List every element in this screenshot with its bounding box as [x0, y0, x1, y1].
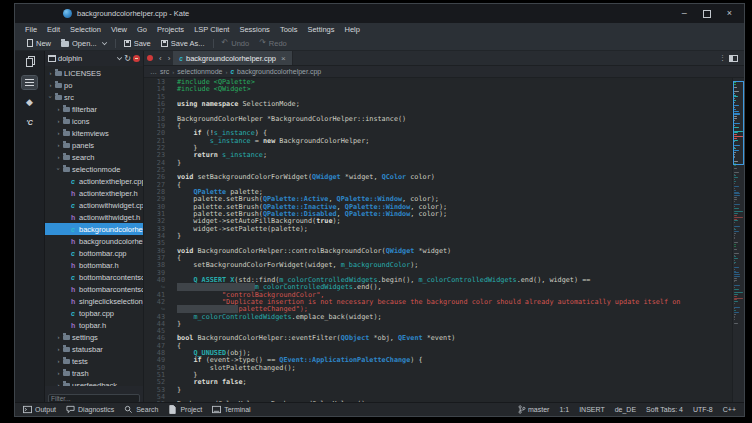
menu-item-tools[interactable]: Tools [275, 25, 303, 34]
menu-item-help[interactable]: Help [340, 25, 365, 34]
close-button[interactable]: × [727, 9, 732, 18]
menu-item-lsp-client[interactable]: LSP Client [189, 25, 234, 34]
tree-item[interactable]: cbottombar.cpp [45, 247, 143, 259]
split-view-icon[interactable] [729, 55, 738, 62]
symbols-tool-button[interactable]: 'C [22, 116, 37, 129]
breadcrumb-collapse-button[interactable]: … [150, 68, 157, 75]
save-button[interactable]: Save [119, 39, 156, 48]
folder-icon [63, 347, 70, 352]
git-tool-button[interactable]: ◆ [22, 96, 37, 109]
menu-item-view[interactable]: View [106, 25, 132, 34]
tab-close-icon[interactable]: × [281, 54, 286, 63]
breadcrumb-item[interactable]: selectionmode [177, 68, 222, 75]
breadcrumb-item[interactable]: src [160, 68, 169, 75]
status-dictionary[interactable]: de_DE [615, 406, 636, 413]
maximize-button[interactable] [703, 10, 711, 18]
fold-column [170, 292, 177, 299]
tree-item[interactable]: cbackgroundcolorhelper.c... [45, 223, 143, 235]
status-syntax-mode[interactable]: C++ [723, 406, 736, 413]
stop-icon[interactable] [133, 55, 140, 62]
new-button[interactable]: New [22, 39, 56, 48]
menu-item-edit[interactable]: Edit [42, 25, 65, 34]
fold-column [170, 277, 177, 284]
breadcrumb-item[interactable]: backgroundcolorhelper.cpp [237, 68, 321, 75]
expand-arrow-icon: › [56, 142, 61, 148]
tree-item[interactable]: ›statusbar [45, 343, 143, 355]
title-bar[interactable]: backgroundcolorhelper.cpp - Kate – × [15, 4, 744, 23]
panel-button-project[interactable]: Project [168, 405, 202, 414]
redo-button[interactable]: ↷ Redo [254, 39, 292, 48]
status-cursor-position[interactable]: 1:1 [559, 406, 569, 413]
save-as-button[interactable]: Save As... [156, 39, 210, 48]
tree-item[interactable]: ›settings [45, 331, 143, 343]
tab-backgroundcolorhelper[interactable]: c backgroundcolorhelper.cpp × [173, 51, 292, 65]
tree-item[interactable]: hbottombarcontentscont... [45, 283, 143, 295]
menu-item-selection[interactable]: Selection [65, 25, 106, 34]
panel-button-output[interactable]: Output [23, 405, 56, 414]
tree-item[interactable]: hbottombar.h [45, 259, 143, 271]
tree-item[interactable]: cactiontexthelper.cpp [45, 175, 143, 187]
documents-tool-button[interactable] [22, 56, 37, 69]
minimap-scrollbar[interactable] [732, 78, 744, 402]
status-encoding[interactable]: UTF-8 [693, 406, 713, 413]
menu-item-file[interactable]: File [20, 25, 42, 34]
menu-item-settings[interactable]: Settings [302, 25, 339, 34]
status-input-mode[interactable]: INSERT [579, 406, 605, 413]
tree-item[interactable]: ›po [45, 79, 143, 91]
tree-item[interactable]: cbottombarcontentscont... [45, 271, 143, 283]
new-file-icon [27, 39, 33, 47]
diagnostics-badge [147, 55, 153, 61]
tree-item-label: bottombar.h [79, 261, 119, 270]
tree-item[interactable]: ›filterbar [45, 103, 143, 115]
tree-item-label: backgroundcolorhelper.c... [79, 225, 143, 234]
code-view[interactable]: 13#include <QPalette>14#include <QWidget… [144, 78, 732, 402]
tree-item[interactable]: ›search [45, 151, 143, 163]
projects-tool-button[interactable] [22, 76, 37, 89]
tree-item[interactable]: hactiontexthelper.h [45, 187, 143, 199]
tree-item[interactable]: ›icons [45, 115, 143, 127]
menu-item-projects[interactable]: Projects [152, 25, 189, 34]
menu-item-go[interactable]: Go [132, 25, 152, 34]
nav-forward-button[interactable]: › [165, 54, 174, 63]
tree-item[interactable]: ›LICENSES [45, 67, 143, 79]
folder-icon [63, 107, 70, 112]
fold-column [170, 174, 177, 181]
code-text: } [177, 233, 181, 240]
tree-item[interactable]: ctopbar.cpp [45, 307, 143, 319]
quick-open-icon[interactable]: ⋮ [715, 54, 729, 62]
tree-item[interactable]: cactionwithwidget.cpp [45, 199, 143, 211]
tree-item[interactable]: ›userfeedback [45, 379, 143, 386]
code-text: #include <QWidget> [177, 86, 251, 93]
code-text: return s_instance; [177, 152, 267, 159]
menu-item-sessions[interactable]: Sessions [234, 25, 274, 34]
undo-button[interactable]: ↶ Undo [217, 39, 255, 48]
tree-item[interactable]: hsingleclickselectionproxy... [45, 295, 143, 307]
fold-column [170, 343, 177, 350]
tree-item[interactable]: htopbar.h [45, 319, 143, 331]
status-git-branch[interactable]: master [518, 405, 549, 414]
project-selector-chevron-icon[interactable] [117, 55, 122, 60]
code-line: 21 s_instance = new BackgroundColorHelpe… [144, 138, 732, 145]
minimap-viewport[interactable] [733, 81, 744, 165]
panel-button-terminal[interactable]: Terminal [212, 405, 250, 414]
tree-item[interactable]: ›kitemviews [45, 127, 143, 139]
fold-column [170, 116, 177, 123]
fold-column [170, 167, 177, 174]
tree-item[interactable]: ›tests [45, 355, 143, 367]
panel-button-diagnostics[interactable]: Diagnostics [66, 405, 114, 414]
tree-item[interactable]: hactionwithwidget.h [45, 211, 143, 223]
status-tab-settings[interactable]: Soft Tabs: 4 [646, 406, 683, 413]
nav-back-button[interactable]: ‹ [156, 54, 165, 63]
tree-item[interactable]: ›trash [45, 367, 143, 379]
tree-item[interactable]: ›panels [45, 139, 143, 151]
project-selector[interactable]: dolphin [58, 54, 82, 63]
open-button[interactable]: Open... [56, 39, 112, 48]
tree-item[interactable]: ›src [45, 91, 143, 103]
panel-button-search[interactable]: Search [124, 405, 158, 414]
minimize-button[interactable]: – [682, 9, 687, 18]
tree-item[interactable]: ›selectionmode [45, 163, 143, 175]
fold-column [170, 270, 177, 277]
code-text: void BackgroundColorHelper::controlBackg… [177, 248, 451, 255]
project-refresh-button[interactable]: ↻ [124, 55, 131, 63]
tree-item[interactable]: hbackgroundcolorhelper.h [45, 235, 143, 247]
